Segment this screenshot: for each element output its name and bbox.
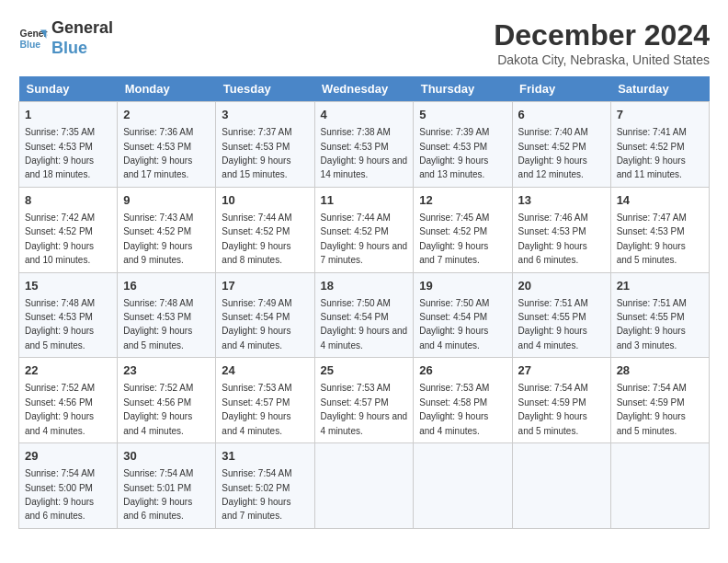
calendar-cell: 16 Sunrise: 7:48 AMSunset: 4:53 PMDaylig… [118, 272, 216, 358]
day-info: Sunrise: 7:53 AMSunset: 4:57 PMDaylight:… [222, 383, 291, 435]
day-info: Sunrise: 7:54 AMSunset: 5:01 PMDaylight:… [123, 468, 193, 521]
day-number: 24 [222, 362, 308, 379]
calendar-cell: 28 Sunrise: 7:54 AMSunset: 4:59 PMDaylig… [610, 358, 709, 443]
day-number: 4 [321, 107, 408, 123]
day-number: 29 [25, 448, 111, 465]
day-info: Sunrise: 7:51 AMSunset: 4:55 PMDaylight:… [617, 298, 687, 350]
day-info: Sunrise: 7:50 AMSunset: 4:54 PMDaylight:… [419, 298, 489, 350]
day-number: 10 [222, 192, 308, 209]
day-info: Sunrise: 7:54 AMSunset: 5:00 PMDaylight:… [25, 468, 95, 521]
day-info: Sunrise: 7:52 AMSunset: 4:56 PMDaylight:… [25, 383, 95, 435]
month-title: December 2024 [494, 18, 710, 52]
col-header-monday: Monday [118, 76, 216, 102]
calendar-cell: 21 Sunrise: 7:51 AMSunset: 4:55 PMDaylig… [610, 272, 709, 358]
logo-icon: General Blue [18, 24, 48, 53]
calendar-cell: 3 Sunrise: 7:37 AMSunset: 4:53 PMDayligh… [216, 102, 314, 188]
day-number: 27 [518, 362, 605, 379]
title-block: December 2024 Dakota City, Nebraska, Uni… [494, 18, 710, 67]
calendar-cell: 11 Sunrise: 7:44 AMSunset: 4:52 PMDaylig… [314, 187, 414, 272]
day-info: Sunrise: 7:46 AMSunset: 4:53 PMDaylight:… [518, 213, 588, 265]
col-header-wednesday: Wednesday [314, 76, 414, 102]
calendar-week-row: 22 Sunrise: 7:52 AMSunset: 4:56 PMDaylig… [19, 358, 710, 443]
day-info: Sunrise: 7:39 AMSunset: 4:53 PMDaylight:… [419, 127, 489, 179]
day-number: 5 [419, 107, 506, 123]
calendar-cell: 27 Sunrise: 7:54 AMSunset: 4:59 PMDaylig… [512, 358, 610, 443]
calendar-cell: 17 Sunrise: 7:49 AMSunset: 4:54 PMDaylig… [216, 272, 314, 358]
day-number: 21 [617, 278, 703, 294]
day-info: Sunrise: 7:53 AMSunset: 4:58 PMDaylight:… [419, 383, 489, 435]
calendar-cell: 25 Sunrise: 7:53 AMSunset: 4:57 PMDaylig… [314, 358, 414, 443]
calendar-cell: 8 Sunrise: 7:42 AMSunset: 4:52 PMDayligh… [19, 187, 118, 272]
calendar-cell: 15 Sunrise: 7:48 AMSunset: 4:53 PMDaylig… [19, 272, 118, 358]
day-info: Sunrise: 7:48 AMSunset: 4:53 PMDaylight:… [25, 298, 95, 350]
calendar-cell: 7 Sunrise: 7:41 AMSunset: 4:52 PMDayligh… [610, 102, 709, 188]
calendar-cell: 13 Sunrise: 7:46 AMSunset: 4:53 PMDaylig… [512, 187, 610, 272]
day-info: Sunrise: 7:52 AMSunset: 4:56 PMDaylight:… [123, 383, 193, 435]
day-info: Sunrise: 7:53 AMSunset: 4:57 PMDaylight:… [321, 383, 408, 435]
calendar-week-row: 15 Sunrise: 7:48 AMSunset: 4:53 PMDaylig… [19, 272, 710, 358]
day-number: 17 [222, 278, 308, 294]
day-info: Sunrise: 7:50 AMSunset: 4:54 PMDaylight:… [321, 298, 408, 350]
calendar-cell [610, 443, 709, 529]
calendar-week-row: 29 Sunrise: 7:54 AMSunset: 5:00 PMDaylig… [19, 443, 710, 529]
day-info: Sunrise: 7:40 AMSunset: 4:52 PMDaylight:… [518, 127, 588, 179]
day-info: Sunrise: 7:38 AMSunset: 4:53 PMDaylight:… [321, 127, 408, 179]
col-header-saturday: Saturday [610, 76, 709, 102]
col-header-friday: Friday [512, 76, 610, 102]
day-number: 18 [321, 278, 408, 294]
day-number: 22 [25, 362, 111, 379]
day-number: 23 [123, 362, 210, 379]
calendar-cell: 2 Sunrise: 7:36 AMSunset: 4:53 PMDayligh… [118, 102, 216, 188]
day-number: 7 [617, 107, 703, 123]
col-header-sunday: Sunday [19, 76, 118, 102]
day-info: Sunrise: 7:36 AMSunset: 4:53 PMDaylight:… [123, 127, 193, 179]
day-info: Sunrise: 7:43 AMSunset: 4:52 PMDaylight:… [123, 213, 193, 265]
calendar-cell: 12 Sunrise: 7:45 AMSunset: 4:52 PMDaylig… [414, 187, 512, 272]
day-info: Sunrise: 7:54 AMSunset: 4:59 PMDaylight:… [617, 383, 687, 435]
page-header: General Blue General Blue December 2024 … [18, 18, 710, 67]
day-info: Sunrise: 7:44 AMSunset: 4:52 PMDaylight:… [321, 213, 408, 265]
calendar-cell: 29 Sunrise: 7:54 AMSunset: 5:00 PMDaylig… [19, 443, 118, 529]
calendar-cell: 9 Sunrise: 7:43 AMSunset: 4:52 PMDayligh… [118, 187, 216, 272]
calendar-cell: 31 Sunrise: 7:54 AMSunset: 5:02 PMDaylig… [216, 443, 314, 529]
day-info: Sunrise: 7:47 AMSunset: 4:53 PMDaylight:… [617, 213, 687, 265]
day-number: 2 [123, 107, 210, 123]
day-number: 9 [123, 192, 210, 209]
calendar-cell: 1 Sunrise: 7:35 AMSunset: 4:53 PMDayligh… [19, 102, 118, 188]
day-info: Sunrise: 7:37 AMSunset: 4:53 PMDaylight:… [222, 127, 291, 179]
day-info: Sunrise: 7:45 AMSunset: 4:52 PMDaylight:… [419, 213, 489, 265]
day-info: Sunrise: 7:48 AMSunset: 4:53 PMDaylight:… [123, 298, 193, 350]
calendar-cell: 20 Sunrise: 7:51 AMSunset: 4:55 PMDaylig… [512, 272, 610, 358]
day-number: 8 [25, 192, 111, 209]
calendar-table: SundayMondayTuesdayWednesdayThursdayFrid… [18, 76, 710, 529]
day-info: Sunrise: 7:51 AMSunset: 4:55 PMDaylight:… [518, 298, 588, 350]
day-number: 12 [419, 192, 506, 209]
day-number: 25 [321, 362, 408, 379]
calendar-cell: 4 Sunrise: 7:38 AMSunset: 4:53 PMDayligh… [314, 102, 414, 188]
calendar-header-row: SundayMondayTuesdayWednesdayThursdayFrid… [19, 76, 710, 102]
day-number: 16 [123, 278, 210, 294]
day-info: Sunrise: 7:44 AMSunset: 4:52 PMDaylight:… [222, 213, 291, 265]
day-number: 20 [518, 278, 605, 294]
calendar-cell: 6 Sunrise: 7:40 AMSunset: 4:52 PMDayligh… [512, 102, 610, 188]
day-number: 15 [25, 278, 111, 294]
calendar-cell: 23 Sunrise: 7:52 AMSunset: 4:56 PMDaylig… [118, 358, 216, 443]
day-number: 3 [222, 107, 308, 123]
day-number: 6 [518, 107, 605, 123]
day-number: 19 [419, 278, 506, 294]
day-number: 1 [25, 107, 111, 123]
calendar-cell: 18 Sunrise: 7:50 AMSunset: 4:54 PMDaylig… [314, 272, 414, 358]
day-number: 31 [222, 448, 308, 465]
calendar-week-row: 8 Sunrise: 7:42 AMSunset: 4:52 PMDayligh… [19, 187, 710, 272]
calendar-week-row: 1 Sunrise: 7:35 AMSunset: 4:53 PMDayligh… [19, 102, 710, 188]
calendar-cell: 24 Sunrise: 7:53 AMSunset: 4:57 PMDaylig… [216, 358, 314, 443]
calendar-cell: 10 Sunrise: 7:44 AMSunset: 4:52 PMDaylig… [216, 187, 314, 272]
day-info: Sunrise: 7:41 AMSunset: 4:52 PMDaylight:… [617, 127, 687, 179]
calendar-cell: 30 Sunrise: 7:54 AMSunset: 5:01 PMDaylig… [118, 443, 216, 529]
col-header-thursday: Thursday [414, 76, 512, 102]
calendar-cell [512, 443, 610, 529]
day-info: Sunrise: 7:54 AMSunset: 5:02 PMDaylight:… [222, 468, 291, 521]
day-info: Sunrise: 7:42 AMSunset: 4:52 PMDaylight:… [25, 213, 95, 265]
calendar-cell: 19 Sunrise: 7:50 AMSunset: 4:54 PMDaylig… [414, 272, 512, 358]
day-info: Sunrise: 7:49 AMSunset: 4:54 PMDaylight:… [222, 298, 291, 350]
